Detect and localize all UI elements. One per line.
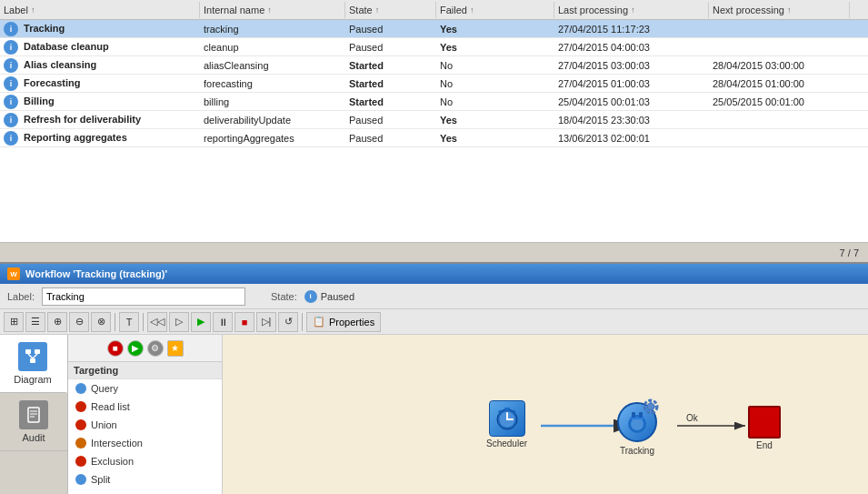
cell-failed: Yes (436, 131, 554, 146)
deselect-button[interactable]: ⊖ (69, 312, 89, 332)
cell-internal: cleanup (200, 40, 345, 55)
table-row[interactable]: i Tracking tracking Paused Yes 27/04/201… (0, 20, 868, 38)
diagram-tab-icon (18, 342, 47, 371)
repeat-button[interactable]: ↺ (278, 312, 298, 332)
cell-nextproc: 28/04/2015 03:00:00 (709, 58, 850, 73)
workflow-label-input[interactable] (42, 287, 245, 306)
workflow-title-icon: W (7, 267, 20, 280)
cell-lastproc: 13/06/2013 02:00:01 (554, 131, 709, 146)
row-info-icon: i (4, 95, 18, 109)
palette-items-list: Query Read list Union Intersection Exclu… (68, 379, 222, 489)
scheduler-node[interactable]: Scheduler (486, 400, 527, 449)
cell-lastproc: 27/04/2015 03:00:03 (554, 58, 709, 73)
cell-internal: deliverabilityUpdate (200, 113, 345, 127)
cell-failed: No (436, 58, 554, 73)
col-header-lastproc[interactable]: Last processing ↑ (554, 2, 709, 18)
cell-label: i Database cleanup (0, 38, 200, 56)
tracking-node[interactable]: Tracking (614, 397, 661, 456)
table-header: Label ↑ Internal name ↑ State ↑ Failed ↑… (0, 0, 868, 20)
text-button[interactable]: T (119, 312, 139, 332)
tab-diagram[interactable]: Diagram (0, 335, 67, 393)
tab-audit[interactable]: Audit (0, 393, 67, 451)
forward-button[interactable]: ▷ (169, 312, 189, 332)
palette-item-dot (75, 383, 86, 394)
col-header-failed[interactable]: Failed ↑ (436, 2, 554, 18)
col-header-internal[interactable]: Internal name ↑ (200, 2, 345, 18)
workflow-panel: W Workflow 'Tracking (tracking)' Label: … (0, 264, 868, 494)
table-row[interactable]: i Forecasting forecasting Started No 27/… (0, 75, 868, 93)
cell-failed: No (436, 95, 554, 109)
col-header-label[interactable]: Label ↑ (0, 2, 200, 18)
cell-nextproc: 28/04/2015 01:00:00 (709, 76, 850, 91)
toolbar-sep-3 (302, 313, 303, 331)
cell-internal: reportingAggregates (200, 131, 345, 146)
cell-lastproc: 27/04/2015 01:00:03 (554, 76, 709, 91)
palette-panel: ■ ▶ ⚙ ★ Targeting Query Read list Union … (68, 335, 223, 494)
svg-rect-1 (35, 349, 40, 354)
palette-play-button[interactable]: ▶ (127, 340, 144, 357)
palette-item-label: Intersection (91, 438, 143, 449)
play-button[interactable]: ▶ (191, 312, 211, 332)
palette-item[interactable]: Exclusion (68, 452, 222, 470)
palette-settings-button[interactable]: ⚙ (147, 340, 164, 357)
palette-item-label: Split (91, 474, 110, 485)
row-info-icon: i (4, 40, 18, 55)
pause-button[interactable]: ⏸ (213, 312, 233, 332)
state-icon: i (304, 290, 317, 303)
row-info-icon: i (4, 22, 18, 36)
cell-state: Paused (345, 113, 436, 127)
list-view-button[interactable]: ☰ (25, 312, 45, 332)
cell-failed: Yes (436, 22, 554, 36)
svg-point-21 (631, 418, 644, 430)
table-row[interactable]: i Alias cleansing aliasCleansing Started… (0, 56, 868, 75)
end-icon (748, 406, 781, 439)
row-info-icon: i (4, 76, 18, 91)
table-row[interactable]: i Reporting aggregates reportingAggregat… (0, 129, 868, 147)
end-label: End (756, 440, 773, 450)
cell-nextproc: 25/05/2015 00:01:00 (709, 95, 850, 109)
cell-nextproc (709, 27, 850, 31)
tab-diagram-label: Diagram (14, 374, 52, 385)
cell-state: Paused (345, 22, 436, 36)
step-button[interactable]: ▷| (256, 312, 276, 332)
tracking-icon-wrapper (614, 397, 661, 444)
end-node[interactable]: End (748, 406, 781, 450)
label-key: Label: (7, 291, 35, 302)
sort-icon-label: ↑ (31, 5, 35, 15)
stop-button[interactable]: ■ (234, 312, 254, 332)
palette-star-button[interactable]: ★ (167, 340, 184, 357)
svg-rect-5 (28, 408, 39, 422)
palette-item[interactable]: Query (68, 379, 222, 398)
table-row[interactable]: i Database cleanup cleanup Paused Yes 27… (0, 38, 868, 56)
cell-nextproc (709, 118, 850, 122)
col-header-nextproc[interactable]: Next processing ↑ (709, 2, 850, 18)
cell-label: i Reporting aggregates (0, 129, 200, 147)
tracking-label: Tracking (620, 446, 654, 456)
back-button[interactable]: ◁◁ (147, 312, 167, 332)
cell-state: Started (345, 58, 436, 73)
properties-button[interactable]: 📋 Properties (306, 312, 381, 332)
palette-item[interactable]: Intersection (68, 434, 222, 452)
palette-item[interactable]: Read list (68, 398, 222, 416)
grid-view-button[interactable]: ⊞ (4, 312, 24, 332)
toolbar-sep-1 (115, 313, 115, 331)
palette-item[interactable]: Union (68, 416, 222, 434)
select-all-button[interactable]: ⊕ (47, 312, 67, 332)
workflow-canvas[interactable]: Ok Scheduler (223, 335, 868, 494)
workflow-titlebar: W Workflow 'Tracking (tracking)' (0, 264, 868, 284)
table-row[interactable]: i Refresh for deliverability deliverabil… (0, 111, 868, 129)
gear-overlay-icon (641, 397, 661, 417)
palette-item[interactable]: Split (68, 470, 222, 489)
palette-item-dot (75, 438, 86, 449)
palette-stop-button[interactable]: ■ (107, 340, 124, 357)
palette-item-label: Union (91, 419, 117, 430)
workflow-list-panel: Label ↑ Internal name ↑ State ↑ Failed ↑… (0, 0, 868, 264)
tab-audit-label: Audit (22, 432, 45, 443)
svg-rect-17 (504, 408, 510, 410)
table-footer: 7 / 7 (0, 242, 868, 262)
workflow-label-bar: Label: State: i Paused (0, 284, 868, 309)
table-row[interactable]: i Billing billing Started No 25/04/2015 … (0, 93, 868, 111)
svg-line-3 (28, 354, 33, 358)
zoom-button[interactable]: ⊗ (91, 312, 111, 332)
col-header-state[interactable]: State ↑ (345, 2, 436, 18)
